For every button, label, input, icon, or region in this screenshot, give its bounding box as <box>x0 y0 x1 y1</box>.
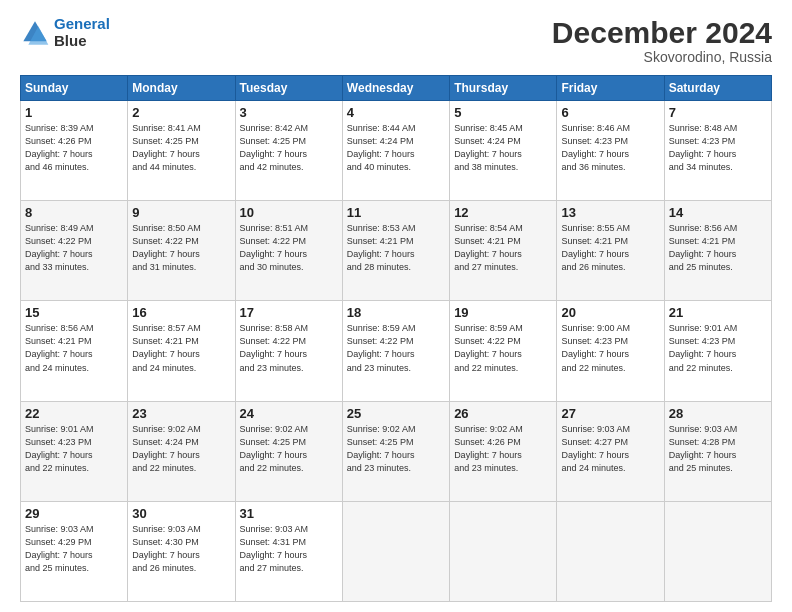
calendar-cell: 7Sunrise: 8:48 AM Sunset: 4:23 PM Daylig… <box>664 101 771 201</box>
day-info: Sunrise: 8:51 AM Sunset: 4:22 PM Dayligh… <box>240 222 338 274</box>
calendar-cell: 25Sunrise: 9:02 AM Sunset: 4:25 PM Dayli… <box>342 401 449 501</box>
day-info: Sunrise: 8:39 AM Sunset: 4:26 PM Dayligh… <box>25 122 123 174</box>
day-number: 24 <box>240 406 338 421</box>
calendar-cell: 9Sunrise: 8:50 AM Sunset: 4:22 PM Daylig… <box>128 201 235 301</box>
day-info: Sunrise: 8:58 AM Sunset: 4:22 PM Dayligh… <box>240 322 338 374</box>
day-number: 19 <box>454 305 552 320</box>
calendar-cell: 31Sunrise: 9:03 AM Sunset: 4:31 PM Dayli… <box>235 501 342 601</box>
calendar-cell <box>664 501 771 601</box>
day-number: 10 <box>240 205 338 220</box>
header: General Blue December 2024 Skovorodino, … <box>20 16 772 65</box>
calendar-cell: 21Sunrise: 9:01 AM Sunset: 4:23 PM Dayli… <box>664 301 771 401</box>
calendar-cell: 24Sunrise: 9:02 AM Sunset: 4:25 PM Dayli… <box>235 401 342 501</box>
day-number: 17 <box>240 305 338 320</box>
day-number: 9 <box>132 205 230 220</box>
calendar-cell <box>450 501 557 601</box>
day-info: Sunrise: 8:45 AM Sunset: 4:24 PM Dayligh… <box>454 122 552 174</box>
col-header-monday: Monday <box>128 76 235 101</box>
day-info: Sunrise: 8:50 AM Sunset: 4:22 PM Dayligh… <box>132 222 230 274</box>
day-number: 25 <box>347 406 445 421</box>
day-info: Sunrise: 8:57 AM Sunset: 4:21 PM Dayligh… <box>132 322 230 374</box>
day-info: Sunrise: 8:42 AM Sunset: 4:25 PM Dayligh… <box>240 122 338 174</box>
page: General Blue December 2024 Skovorodino, … <box>0 0 792 612</box>
calendar-cell: 23Sunrise: 9:02 AM Sunset: 4:24 PM Dayli… <box>128 401 235 501</box>
week-row-1: 1Sunrise: 8:39 AM Sunset: 4:26 PM Daylig… <box>21 101 772 201</box>
day-number: 7 <box>669 105 767 120</box>
calendar-cell: 1Sunrise: 8:39 AM Sunset: 4:26 PM Daylig… <box>21 101 128 201</box>
day-number: 30 <box>132 506 230 521</box>
calendar-cell: 27Sunrise: 9:03 AM Sunset: 4:27 PM Dayli… <box>557 401 664 501</box>
day-info: Sunrise: 9:02 AM Sunset: 4:25 PM Dayligh… <box>347 423 445 475</box>
calendar-cell: 2Sunrise: 8:41 AM Sunset: 4:25 PM Daylig… <box>128 101 235 201</box>
calendar-cell: 13Sunrise: 8:55 AM Sunset: 4:21 PM Dayli… <box>557 201 664 301</box>
calendar-cell: 14Sunrise: 8:56 AM Sunset: 4:21 PM Dayli… <box>664 201 771 301</box>
day-info: Sunrise: 8:41 AM Sunset: 4:25 PM Dayligh… <box>132 122 230 174</box>
day-number: 5 <box>454 105 552 120</box>
day-info: Sunrise: 9:01 AM Sunset: 4:23 PM Dayligh… <box>25 423 123 475</box>
week-row-3: 15Sunrise: 8:56 AM Sunset: 4:21 PM Dayli… <box>21 301 772 401</box>
calendar-cell: 26Sunrise: 9:02 AM Sunset: 4:26 PM Dayli… <box>450 401 557 501</box>
calendar-cell: 6Sunrise: 8:46 AM Sunset: 4:23 PM Daylig… <box>557 101 664 201</box>
logo-line2: Blue <box>54 33 110 50</box>
col-header-tuesday: Tuesday <box>235 76 342 101</box>
day-info: Sunrise: 8:49 AM Sunset: 4:22 PM Dayligh… <box>25 222 123 274</box>
day-info: Sunrise: 9:02 AM Sunset: 4:25 PM Dayligh… <box>240 423 338 475</box>
day-info: Sunrise: 8:53 AM Sunset: 4:21 PM Dayligh… <box>347 222 445 274</box>
day-number: 6 <box>561 105 659 120</box>
day-number: 21 <box>669 305 767 320</box>
logo-line1: General <box>54 15 110 32</box>
header-row: SundayMondayTuesdayWednesdayThursdayFrid… <box>21 76 772 101</box>
day-info: Sunrise: 9:03 AM Sunset: 4:27 PM Dayligh… <box>561 423 659 475</box>
calendar-header: SundayMondayTuesdayWednesdayThursdayFrid… <box>21 76 772 101</box>
col-header-thursday: Thursday <box>450 76 557 101</box>
day-number: 23 <box>132 406 230 421</box>
day-info: Sunrise: 9:02 AM Sunset: 4:24 PM Dayligh… <box>132 423 230 475</box>
day-number: 4 <box>347 105 445 120</box>
calendar-cell: 17Sunrise: 8:58 AM Sunset: 4:22 PM Dayli… <box>235 301 342 401</box>
day-number: 27 <box>561 406 659 421</box>
day-number: 11 <box>347 205 445 220</box>
week-row-2: 8Sunrise: 8:49 AM Sunset: 4:22 PM Daylig… <box>21 201 772 301</box>
day-info: Sunrise: 8:55 AM Sunset: 4:21 PM Dayligh… <box>561 222 659 274</box>
calendar-cell: 11Sunrise: 8:53 AM Sunset: 4:21 PM Dayli… <box>342 201 449 301</box>
col-header-sunday: Sunday <box>21 76 128 101</box>
logo-text: General Blue <box>54 16 110 49</box>
day-number: 18 <box>347 305 445 320</box>
day-info: Sunrise: 9:00 AM Sunset: 4:23 PM Dayligh… <box>561 322 659 374</box>
calendar-cell: 3Sunrise: 8:42 AM Sunset: 4:25 PM Daylig… <box>235 101 342 201</box>
calendar-table: SundayMondayTuesdayWednesdayThursdayFrid… <box>20 75 772 602</box>
calendar-cell: 8Sunrise: 8:49 AM Sunset: 4:22 PM Daylig… <box>21 201 128 301</box>
calendar-cell: 28Sunrise: 9:03 AM Sunset: 4:28 PM Dayli… <box>664 401 771 501</box>
day-number: 22 <box>25 406 123 421</box>
week-row-5: 29Sunrise: 9:03 AM Sunset: 4:29 PM Dayli… <box>21 501 772 601</box>
subtitle: Skovorodino, Russia <box>552 49 772 65</box>
day-number: 3 <box>240 105 338 120</box>
day-info: Sunrise: 8:46 AM Sunset: 4:23 PM Dayligh… <box>561 122 659 174</box>
day-number: 28 <box>669 406 767 421</box>
calendar-cell: 30Sunrise: 9:03 AM Sunset: 4:30 PM Dayli… <box>128 501 235 601</box>
calendar-cell: 19Sunrise: 8:59 AM Sunset: 4:22 PM Dayli… <box>450 301 557 401</box>
calendar-cell: 15Sunrise: 8:56 AM Sunset: 4:21 PM Dayli… <box>21 301 128 401</box>
day-info: Sunrise: 9:03 AM Sunset: 4:28 PM Dayligh… <box>669 423 767 475</box>
day-number: 16 <box>132 305 230 320</box>
col-header-saturday: Saturday <box>664 76 771 101</box>
calendar-cell <box>342 501 449 601</box>
col-header-friday: Friday <box>557 76 664 101</box>
calendar-cell: 22Sunrise: 9:01 AM Sunset: 4:23 PM Dayli… <box>21 401 128 501</box>
day-number: 26 <box>454 406 552 421</box>
calendar-cell: 10Sunrise: 8:51 AM Sunset: 4:22 PM Dayli… <box>235 201 342 301</box>
day-number: 20 <box>561 305 659 320</box>
day-number: 13 <box>561 205 659 220</box>
day-info: Sunrise: 9:03 AM Sunset: 4:30 PM Dayligh… <box>132 523 230 575</box>
day-info: Sunrise: 8:54 AM Sunset: 4:21 PM Dayligh… <box>454 222 552 274</box>
day-info: Sunrise: 8:44 AM Sunset: 4:24 PM Dayligh… <box>347 122 445 174</box>
calendar-cell: 4Sunrise: 8:44 AM Sunset: 4:24 PM Daylig… <box>342 101 449 201</box>
calendar-cell: 12Sunrise: 8:54 AM Sunset: 4:21 PM Dayli… <box>450 201 557 301</box>
day-info: Sunrise: 9:01 AM Sunset: 4:23 PM Dayligh… <box>669 322 767 374</box>
day-info: Sunrise: 8:59 AM Sunset: 4:22 PM Dayligh… <box>347 322 445 374</box>
day-number: 12 <box>454 205 552 220</box>
day-info: Sunrise: 9:03 AM Sunset: 4:31 PM Dayligh… <box>240 523 338 575</box>
week-row-4: 22Sunrise: 9:01 AM Sunset: 4:23 PM Dayli… <box>21 401 772 501</box>
logo-icon <box>20 18 50 48</box>
day-info: Sunrise: 8:48 AM Sunset: 4:23 PM Dayligh… <box>669 122 767 174</box>
